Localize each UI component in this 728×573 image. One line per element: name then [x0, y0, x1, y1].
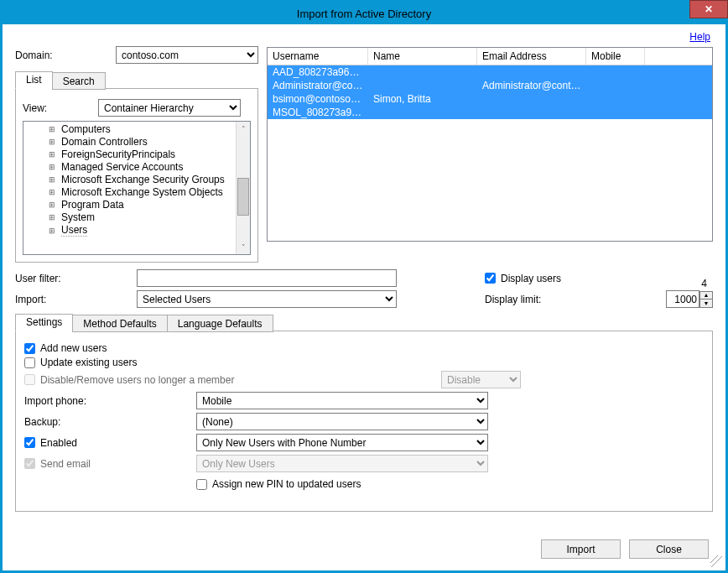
assign-pin-checkbox[interactable] — [196, 479, 207, 490]
resize-grip[interactable] — [710, 555, 722, 567]
userfilter-input[interactable] — [137, 269, 397, 287]
table-row[interactable]: MSOL_808273a96d74 — [268, 106, 712, 119]
import-button[interactable]: Import — [541, 539, 621, 559]
tree-item: ⊞Managed Service Accounts — [27, 161, 232, 174]
import-phone-select[interactable]: Mobile — [196, 392, 488, 409]
import-label: Import: — [15, 294, 137, 305]
enabled-select[interactable]: Only New Users with Phone Number — [196, 434, 488, 451]
update-existing-checkbox[interactable] — [24, 357, 35, 368]
scroll-up-button[interactable]: ˄ — [237, 122, 250, 136]
grid-header-mobile[interactable]: Mobile — [586, 48, 645, 65]
display-limit-input[interactable] — [666, 290, 699, 308]
backup-select[interactable]: (None) — [196, 413, 488, 430]
import-phone-label: Import phone: — [24, 395, 196, 407]
tab-language-defaults[interactable]: Language Defaults — [167, 315, 273, 332]
right-column: Username Name Email Address Mobile AAD_8… — [267, 47, 713, 263]
userfilter-label: User filter: — [15, 273, 137, 284]
expand-icon[interactable]: ⊞ — [47, 188, 56, 197]
tab-list[interactable]: List — [15, 71, 53, 89]
expand-icon[interactable]: ⊞ — [47, 201, 56, 210]
enabled-checkbox[interactable] — [24, 437, 35, 448]
domain-select[interactable]: contoso.com — [116, 46, 258, 64]
tab-method-defaults[interactable]: Method Defaults — [72, 315, 167, 332]
table-row[interactable]: Administrator@contos... Administrator@co… — [268, 79, 712, 92]
enabled-row[interactable]: Enabled — [24, 437, 196, 449]
tree-item: ⊞Computers — [27, 123, 232, 136]
grid-header-name[interactable]: Name — [368, 48, 477, 65]
disable-remove-label: Disable/Remove users no longer a member — [40, 374, 436, 386]
tree-listbox[interactable]: ⊞Computers ⊞Domain Controllers ⊞ForeignS… — [23, 122, 236, 254]
display-users-label: Display users — [501, 273, 561, 284]
tree-item: ⊞Microsoft Exchange Security Groups — [27, 174, 232, 186]
tabs-left: List Search — [15, 71, 258, 89]
footer-buttons: Import Close — [541, 539, 709, 559]
update-existing-row[interactable]: Update existing users — [24, 357, 704, 368]
tree-item: ⊞Program Data — [27, 199, 232, 211]
list-tabpanel: View: Container Hierarchy ⊞Computers ⊞Do… — [15, 88, 258, 263]
add-new-users-row[interactable]: Add new users — [24, 342, 704, 354]
assign-pin-label: Assign new PIN to updated users — [212, 478, 361, 490]
tree-item: ⊞System — [27, 211, 232, 224]
settings-tabstrip: Settings Method Defaults Language Defaul… — [15, 314, 713, 331]
grid-header-username[interactable]: Username — [268, 48, 368, 65]
left-column: List Search View: Container Hierarchy ⊞C… — [15, 70, 258, 263]
send-email-checkbox — [24, 458, 35, 469]
grid-header-email[interactable]: Email Address — [477, 48, 586, 65]
display-limit-spinner[interactable]: ▲ ▼ — [666, 290, 713, 308]
display-users-checkbox[interactable] — [485, 273, 496, 284]
grid-header: Username Name Email Address Mobile — [268, 48, 712, 65]
import-select[interactable]: Selected Users — [137, 290, 397, 308]
expand-icon[interactable]: ⊞ — [47, 175, 56, 185]
disable-remove-action-select: Disable — [441, 371, 521, 388]
tree-item: ⊞ForeignSecurityPrincipals — [27, 148, 232, 161]
table-row[interactable]: AAD_808273a96d74 — [268, 65, 712, 79]
tree-item: ⊞Domain Controllers — [27, 136, 232, 148]
window-title: Import from Active Directory — [297, 8, 431, 20]
expand-icon[interactable]: ⊞ — [47, 125, 56, 134]
close-button[interactable]: Close — [629, 539, 709, 559]
client-area: Help Domain: contoso.com List Search Vie… — [3, 24, 725, 570]
assign-pin-row[interactable]: Assign new PIN to updated users — [196, 478, 361, 490]
tree-container: ⊞Computers ⊞Domain Controllers ⊞ForeignS… — [23, 121, 251, 255]
expand-icon[interactable]: ⊞ — [47, 150, 56, 159]
update-existing-label: Update existing users — [40, 357, 137, 368]
grid-rows: AAD_808273a96d74 Administrator@contos...… — [268, 65, 712, 241]
domain-label: Domain: — [15, 49, 116, 61]
scroll-down-button[interactable]: ˅ — [237, 240, 250, 254]
add-new-users-checkbox[interactable] — [24, 343, 35, 354]
spinner-up-button[interactable]: ▲ — [699, 291, 713, 300]
users-grid[interactable]: Username Name Email Address Mobile AAD_8… — [267, 47, 713, 242]
spinner-down-button[interactable]: ▼ — [699, 300, 713, 308]
send-email-row: Send email — [24, 458, 196, 470]
backup-label: Backup: — [24, 416, 196, 428]
view-label: View: — [23, 102, 98, 114]
row-count-label: 4 — [701, 278, 707, 289]
settings-panel: Add new users Update existing users Disa… — [15, 331, 713, 512]
send-email-select: Only New Users — [196, 455, 488, 472]
enabled-label: Enabled — [40, 437, 77, 449]
mid-section: User filter: Display users Import: Selec… — [15, 269, 713, 308]
expand-icon[interactable]: ⊞ — [47, 213, 56, 222]
tree-item: ⊞Users — [27, 224, 232, 237]
help-link[interactable]: Help — [689, 31, 710, 43]
scroll-track[interactable] — [237, 136, 250, 240]
tab-search[interactable]: Search — [52, 72, 106, 90]
titlebar: Import from Active Directory ✕ — [3, 3, 725, 24]
display-users-checkbox-wrap[interactable]: Display users — [485, 273, 561, 284]
send-email-label: Send email — [40, 458, 91, 470]
tree-scrollbar[interactable]: ˄ ˅ — [236, 122, 250, 254]
window: Import from Active Directory ✕ Help Doma… — [0, 0, 728, 573]
close-icon: ✕ — [705, 3, 713, 15]
view-select[interactable]: Container Hierarchy — [98, 99, 241, 117]
scroll-thumb[interactable] — [237, 178, 249, 216]
expand-icon[interactable]: ⊞ — [47, 226, 56, 235]
table-row[interactable]: bsimon@contoso.com Simon, Britta — [268, 92, 712, 106]
expand-icon[interactable]: ⊞ — [47, 163, 56, 172]
display-limit-label: Display limit: — [485, 294, 560, 305]
add-new-users-label: Add new users — [40, 342, 107, 354]
expand-icon[interactable]: ⊞ — [47, 138, 56, 147]
tree-item: ⊞Microsoft Exchange System Objects — [27, 186, 232, 199]
close-window-button[interactable]: ✕ — [689, 0, 728, 18]
tab-settings[interactable]: Settings — [15, 314, 73, 331]
grid-header-spacer — [645, 48, 712, 65]
